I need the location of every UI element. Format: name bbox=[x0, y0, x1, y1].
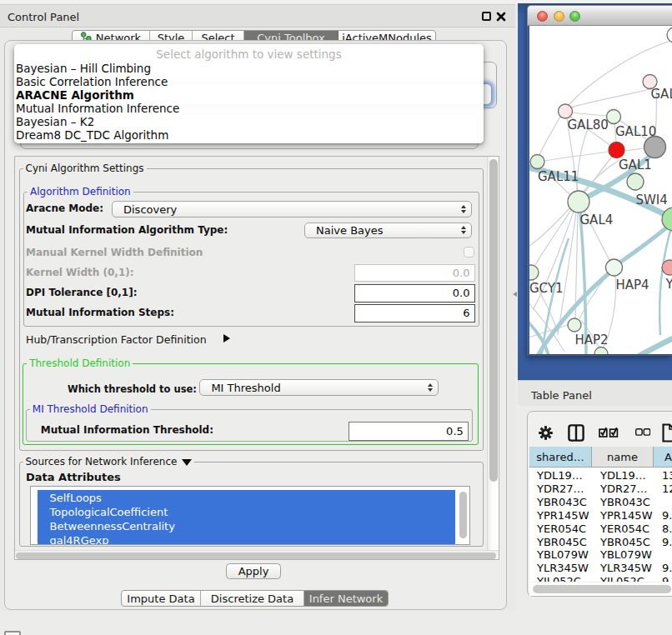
list-item[interactable]: SelfLoops bbox=[50, 491, 102, 505]
control-panel-titlebar[interactable]: Control Panel bbox=[0, 4, 515, 28]
network-canvas[interactable]: GAL GAL80 GAL10 GAL1 GAL11 SWI4 GAL4 GCY… bbox=[529, 26, 672, 355]
table-cell[interactable]: YDL19… bbox=[600, 469, 662, 482]
node-gcy1[interactable] bbox=[529, 265, 539, 280]
table-cell[interactable]: YLR345W bbox=[600, 562, 662, 575]
expand-arrow-icon[interactable] bbox=[223, 334, 230, 342]
settings-horizontal-scrollbar[interactable] bbox=[15, 550, 499, 559]
collapse-arrow-icon[interactable] bbox=[182, 459, 192, 466]
dropdown-item[interactable]: Bayesian – Hill Climbing bbox=[16, 62, 151, 75]
minimize-traffic-light[interactable] bbox=[554, 11, 564, 22]
uncheck-all-icon[interactable] bbox=[635, 428, 650, 438]
table-cell[interactable]: 9. bbox=[662, 509, 672, 522]
kernel-width-field[interactable]: 0.0 bbox=[354, 264, 475, 282]
node-gray[interactable] bbox=[644, 137, 666, 158]
list-item[interactable]: BetweennessCentrality bbox=[50, 519, 175, 533]
settings-vertical-scrollbar[interactable] bbox=[487, 157, 499, 550]
node-swi4[interactable] bbox=[627, 173, 644, 190]
table-cell[interactable] bbox=[662, 548, 672, 562]
aracne-mode-combobox[interactable]: Discovery bbox=[112, 201, 472, 218]
dropdown-item[interactable]: Dream8 DC_TDC Algorithm bbox=[16, 128, 168, 142]
node-gal4[interactable] bbox=[568, 191, 589, 212]
which-threshold-combobox[interactable]: MI Threshold bbox=[199, 379, 439, 395]
dropdown-item[interactable]: Basic Correlation Inference bbox=[16, 75, 168, 88]
mi-algorithm-type-label: Mutual Information Algorithm Type: bbox=[26, 224, 228, 236]
table-cell[interactable]: 9. bbox=[662, 562, 672, 575]
table-horizontal-scrollbar-thumb[interactable] bbox=[533, 585, 671, 593]
table-cell[interactable] bbox=[662, 496, 672, 509]
apply-button[interactable]: Apply bbox=[226, 563, 281, 579]
table-cell[interactable]: 9. bbox=[662, 575, 672, 582]
mi-algorithm-type-combobox[interactable]: Naive Bayes bbox=[304, 222, 472, 238]
table-cell[interactable]: 13 bbox=[662, 469, 672, 482]
table-cell[interactable]: YLR345W bbox=[537, 562, 599, 575]
table-cell[interactable]: YPR145W bbox=[537, 509, 599, 522]
dpi-tolerance-field[interactable]: 0.0 bbox=[354, 284, 475, 302]
node-gal11[interactable] bbox=[530, 155, 544, 169]
table-cell[interactable]: YBR043C bbox=[600, 496, 662, 509]
table-cell[interactable]: YBL079W bbox=[600, 548, 662, 562]
column-header-name[interactable]: name bbox=[592, 447, 654, 468]
list-item[interactable]: TopologicalCoefficient bbox=[50, 505, 168, 519]
split-columns-icon[interactable] bbox=[568, 424, 584, 442]
zoom-traffic-light[interactable] bbox=[569, 11, 580, 22]
table-cell[interactable]: YBR045C bbox=[537, 536, 599, 549]
dropdown-item[interactable]: Bayesian – K2 bbox=[16, 115, 94, 128]
dropdown-item[interactable]: Mutual Information Inference bbox=[16, 102, 179, 115]
column-header[interactable]: A bbox=[654, 447, 672, 468]
node-hap2[interactable] bbox=[568, 318, 581, 332]
hub-section-label[interactable]: Hub/Transcription Factor Definition bbox=[26, 333, 207, 346]
node-gal10[interactable] bbox=[607, 110, 621, 124]
node-gal1[interactable] bbox=[609, 142, 624, 158]
hide-panel-icon[interactable] bbox=[4, 631, 21, 635]
table-cell[interactable]: 9. bbox=[662, 536, 672, 549]
gear-icon[interactable] bbox=[539, 426, 553, 440]
dropdown-item-selected[interactable]: ARACNE Algorithm bbox=[16, 88, 134, 102]
check-all-icon[interactable] bbox=[599, 427, 619, 438]
close-traffic-light[interactable] bbox=[537, 11, 548, 22]
list-item[interactable]: gal4RGexp bbox=[50, 533, 109, 545]
tab-discretize-data[interactable]: Discretize Data bbox=[201, 591, 304, 606]
table-cell[interactable]: 8. bbox=[662, 522, 672, 536]
node-label: GAL10 bbox=[615, 124, 656, 139]
table-cell[interactable]: YJL052C bbox=[600, 575, 662, 582]
node-salmon[interactable] bbox=[662, 260, 672, 275]
manual-kernel-width-checkbox[interactable] bbox=[464, 247, 474, 258]
network-window-titlebar[interactable] bbox=[527, 5, 672, 26]
dpi-tolerance-label: DPI Tolerance [0,1]: bbox=[26, 287, 138, 298]
table-cell[interactable]: YJL052C bbox=[537, 575, 599, 582]
table-cell[interactable]: YDR27… bbox=[600, 482, 662, 496]
table-cell[interactable]: 12 bbox=[662, 482, 672, 496]
table-cell[interactable]: YDR27… bbox=[537, 482, 599, 496]
close-icon[interactable] bbox=[496, 12, 506, 22]
node-label: GAL1 bbox=[619, 158, 652, 172]
document-icon[interactable] bbox=[662, 423, 672, 442]
data-attributes-list[interactable]: SelfLoops TopologicalCoefficient Between… bbox=[30, 486, 470, 545]
tab-impute-data[interactable]: Impute Data bbox=[122, 591, 201, 606]
cyni-bottom-tabs: Impute Data Discretize Data Infer Networ… bbox=[121, 590, 389, 607]
node[interactable] bbox=[667, 28, 672, 42]
mi-steps-field[interactable]: 6 bbox=[354, 304, 475, 322]
kernel-width-label: Kernel Width (0,1): bbox=[26, 267, 134, 278]
table-cell[interactable]: YPR145W bbox=[600, 509, 662, 522]
table-cell[interactable]: YDL19… bbox=[537, 469, 599, 482]
node-hap4[interactable] bbox=[606, 259, 623, 276]
table-cell[interactable]: YER054C bbox=[600, 522, 662, 536]
table-cell[interactable]: YBR043C bbox=[537, 496, 599, 509]
column-header-shared-name[interactable]: shared… bbox=[529, 447, 592, 468]
table-cell[interactable]: YBL079W bbox=[537, 548, 599, 562]
data-attributes-label: Data Attributes bbox=[26, 471, 121, 483]
list-scrollbar-thumb[interactable] bbox=[459, 492, 467, 538]
table-cell[interactable]: YBR045C bbox=[600, 536, 662, 549]
settings-horizontal-scrollbar-thumb[interactable] bbox=[16, 552, 496, 560]
split-divider-arrow-icon[interactable] bbox=[513, 292, 517, 297]
tab-infer-network[interactable]: Infer Network bbox=[304, 591, 388, 606]
node-label: HAP4 bbox=[616, 278, 649, 292]
table-horizontal-scrollbar[interactable] bbox=[529, 582, 672, 596]
settings-vertical-scrollbar-thumb[interactable] bbox=[489, 159, 498, 482]
which-threshold-label: Which threshold to use: bbox=[68, 383, 197, 395]
node-gal80[interactable] bbox=[559, 104, 573, 118]
table-cell[interactable]: YER054C bbox=[537, 522, 599, 536]
node[interactable] bbox=[594, 348, 608, 356]
float-window-icon[interactable] bbox=[482, 12, 491, 21]
mi-threshold-field[interactable]: 0.5 bbox=[349, 422, 469, 442]
